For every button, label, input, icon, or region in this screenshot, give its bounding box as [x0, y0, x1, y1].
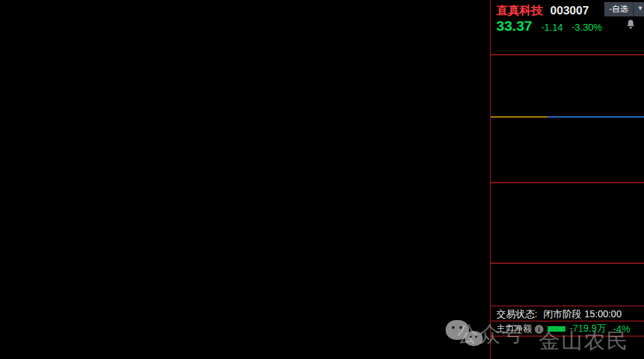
remove-watchlist-button[interactable]: -自选 — [604, 2, 634, 16]
main-capital-flow: 主力净额 i -719.9万 -4% — [496, 323, 644, 335]
trading-session-status: 交易状态: 闭市阶段 15:00:00 — [496, 308, 644, 321]
flow-pct: -4% — [613, 323, 630, 334]
candlestick-chart[interactable] — [0, 0, 490, 359]
price-change-pct: -3.30% — [572, 22, 602, 33]
alert-bell-icon[interactable] — [626, 19, 636, 30]
info-icon[interactable]: i — [535, 325, 544, 334]
quote-panel: -自选 ▼ 直真科技 003007 33.37 -1.14 -3.30% TD — [491, 0, 644, 359]
watchlist-dropdown-icon[interactable]: ▼ — [634, 2, 644, 16]
stock-name: 直真科技 — [496, 4, 543, 17]
flow-gauge-bar — [548, 326, 565, 332]
stock-trading-app: -自选 ▼ 直真科技 003007 33.37 -1.14 -3.30% TD — [0, 0, 644, 359]
panel-divider — [490, 0, 491, 359]
flow-value: -719.9万 — [569, 323, 606, 335]
bid-ask-ratio-bar — [491, 116, 644, 118]
price-change: -1.14 — [541, 22, 563, 33]
stock-code: 003007 — [550, 4, 589, 17]
last-price: 33.37 — [496, 18, 533, 34]
